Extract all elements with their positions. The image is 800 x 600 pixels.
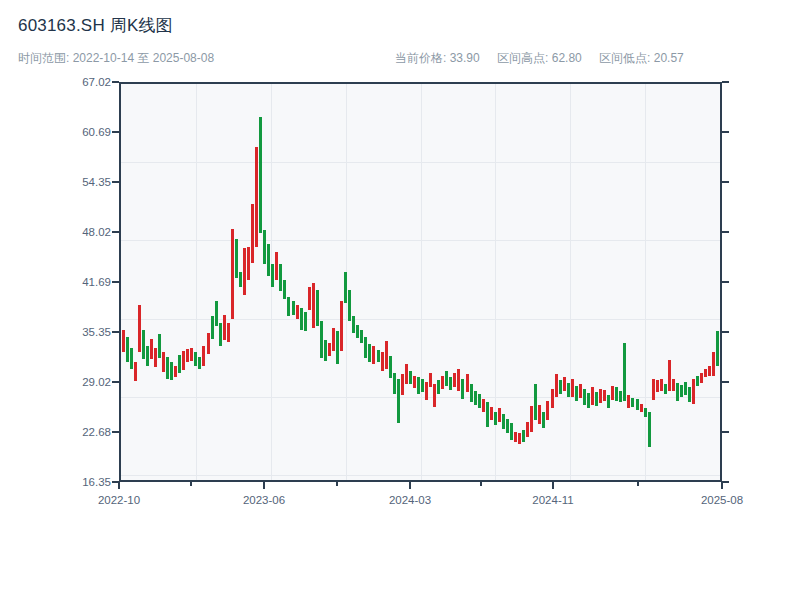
candle: [174, 366, 177, 377]
candle: [251, 204, 254, 263]
candle: [510, 423, 513, 440]
candle: [494, 412, 497, 425]
candle: [356, 325, 359, 338]
candle: [336, 331, 339, 364]
x-axis-label: 2022-10: [83, 493, 155, 507]
candle: [292, 301, 295, 315]
y-axis-label: 35.35: [59, 325, 111, 339]
x-tick-major: [721, 482, 723, 489]
candle: [461, 379, 464, 399]
candle: [486, 402, 489, 427]
candle: [470, 384, 473, 402]
y-axis-label: 41.69: [59, 275, 111, 289]
candle: [122, 330, 125, 352]
candle: [263, 230, 266, 264]
candle: [287, 297, 290, 316]
candle: [502, 414, 505, 429]
candle: [401, 374, 404, 395]
candle: [178, 355, 181, 373]
x-tick-major: [552, 482, 554, 489]
candle: [211, 316, 214, 339]
candle: [389, 356, 392, 378]
kline-chart-page: 603163.SH 周K线图 时间范围: 2022-10-14 至 2025-0…: [0, 0, 800, 600]
candle: [397, 379, 400, 423]
candle: [587, 393, 590, 408]
candle: [146, 346, 149, 366]
candle: [530, 406, 533, 432]
candle: [198, 357, 201, 369]
candle: [627, 395, 630, 408]
candle: [219, 323, 222, 346]
candle: [227, 323, 230, 342]
y-tick-left: [112, 131, 119, 133]
candle: [279, 264, 282, 291]
candle: [150, 339, 153, 359]
x-tick-minor: [480, 482, 482, 486]
candle: [158, 334, 161, 358]
candle: [546, 401, 549, 420]
candle: [154, 348, 157, 367]
candle: [429, 373, 432, 387]
candle: [324, 340, 327, 361]
y-tick-right: [722, 331, 729, 333]
candle: [409, 371, 412, 384]
candle: [134, 362, 137, 381]
v-gridline: [645, 84, 646, 480]
candle: [207, 333, 210, 354]
candle: [664, 384, 667, 394]
candle: [441, 376, 444, 389]
candle: [243, 248, 246, 295]
candle: [421, 379, 424, 392]
candle: [255, 147, 258, 247]
candle: [166, 357, 169, 379]
candle: [320, 321, 323, 358]
candle: [340, 301, 343, 351]
candle: [631, 398, 634, 407]
candle: [413, 376, 416, 388]
candle: [162, 352, 165, 372]
candle: [239, 272, 242, 287]
y-tick-left: [112, 331, 119, 333]
candle: [437, 380, 440, 394]
candle: [308, 287, 311, 310]
candle: [453, 373, 456, 387]
candle: [215, 301, 218, 326]
candle: [583, 389, 586, 405]
candle: [708, 366, 711, 376]
x-tick-major: [263, 482, 265, 489]
candle: [482, 399, 485, 412]
y-tick-right: [722, 181, 729, 183]
candle: [267, 244, 270, 276]
candle: [684, 382, 687, 395]
x-tick-major: [118, 482, 120, 489]
y-tick-left: [112, 231, 119, 233]
candle: [138, 305, 141, 352]
x-axis-label: 2024-03: [374, 493, 446, 507]
candle: [417, 377, 420, 394]
candle: [712, 352, 715, 376]
y-axis-label: 48.02: [59, 225, 111, 239]
x-tick-minor: [336, 482, 338, 486]
x-tick-minor: [637, 482, 639, 486]
candle: [433, 384, 436, 407]
candle: [680, 385, 683, 397]
candle: [259, 117, 262, 233]
y-axis-label: 29.02: [59, 375, 111, 389]
plot-area: [119, 82, 722, 482]
candle: [235, 239, 238, 278]
candle: [247, 247, 250, 280]
candle: [231, 229, 234, 319]
candle: [130, 348, 133, 369]
v-gridline: [196, 84, 197, 480]
y-tick-right: [722, 431, 729, 433]
candle: [142, 330, 145, 359]
candle: [692, 379, 695, 404]
candle: [466, 374, 469, 392]
candle: [478, 394, 481, 408]
candle: [332, 328, 335, 351]
y-tick-right: [722, 81, 729, 83]
y-axis-label: 22.68: [59, 425, 111, 439]
x-tick-major: [409, 482, 411, 489]
candle: [676, 383, 679, 401]
candle: [449, 377, 452, 390]
